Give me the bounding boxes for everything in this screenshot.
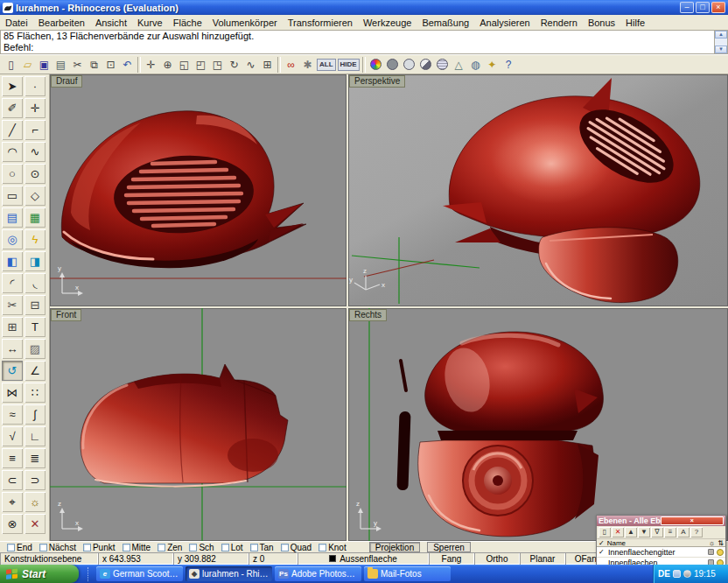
ghosted-view-icon[interactable] — [401, 56, 417, 73]
hide-button[interactable]: HIDE — [338, 59, 360, 71]
command-area[interactable]: 85 Flächen, 13 Flächenverbände zur Auswa… — [0, 30, 728, 54]
viewport-right-canvas[interactable]: zy — [348, 308, 728, 541]
array-tool-icon[interactable]: ∷ — [24, 383, 46, 403]
help-icon[interactable]: ? — [500, 56, 517, 73]
viewport-perspective[interactable]: Perspektive — [348, 74, 728, 306]
sweep-tool-icon[interactable]: ◨ — [24, 251, 46, 271]
menu-hilfe[interactable]: Hilfe — [620, 17, 650, 29]
osnap-checkbox[interactable] — [39, 544, 47, 551]
text-tool-icon[interactable]: T — [24, 317, 46, 337]
viewport-top-canvas[interactable]: yx — [50, 74, 346, 306]
status-toggle-fang[interactable]: Fang — [429, 552, 474, 565]
blend-tool-icon[interactable]: ∫ — [24, 404, 46, 425]
print-icon[interactable]: ▤ — [52, 56, 69, 73]
command-scrollbar[interactable]: ▲ ▼ — [714, 31, 727, 53]
menu-bemaßung[interactable]: Bemaßung — [416, 17, 474, 29]
rectangle-tool-icon[interactable]: ▭ — [2, 186, 23, 206]
move-tool-icon[interactable]: ✛ — [24, 98, 46, 118]
fillet-tool-icon[interactable]: ◜ — [2, 273, 23, 293]
osnap-sch[interactable]: Sch — [189, 543, 214, 552]
menu-volumenkörper[interactable]: Volumenkörper — [207, 17, 283, 29]
select-tool-icon[interactable]: ➤ — [2, 76, 23, 96]
gears-icon[interactable]: ✱ — [299, 56, 316, 73]
motorbike-icon[interactable]: ∞ — [283, 56, 299, 73]
select-all-button[interactable]: ALL — [317, 59, 336, 71]
viewport-front-canvas[interactable]: zx — [50, 308, 346, 541]
viewport-perspective-canvas[interactable]: z x y — [348, 74, 728, 306]
grid-icon[interactable]: ⊞ — [259, 56, 276, 73]
delete-tool-icon[interactable]: ✕ — [24, 514, 46, 534]
task-button-folder[interactable]: Mail-Fotos — [364, 566, 451, 581]
layer-down-icon[interactable]: ▼ — [638, 527, 650, 537]
osnap-zen[interactable]: Zen — [158, 543, 182, 552]
tray-volume-icon[interactable] — [683, 570, 691, 578]
curve-tool-icon[interactable]: ∿ — [24, 142, 46, 162]
hatch-tool-icon[interactable]: ▨ — [24, 339, 46, 359]
arc-tool-icon[interactable]: ◠ — [2, 142, 23, 162]
chamfer-tool-icon[interactable]: ◟ — [24, 273, 46, 293]
zoom-window-icon[interactable]: ◱ — [176, 56, 192, 73]
circle-tool-icon[interactable]: ○ — [2, 164, 23, 184]
pyramid-icon[interactable]: △ — [451, 56, 467, 73]
task-button-photoshop[interactable]: PsAdobe Photoshop — [275, 566, 361, 581]
ellipse-tool-icon[interactable]: ⊙ — [24, 164, 46, 184]
delete-layer-icon[interactable]: ✕ — [612, 527, 624, 537]
layer-current-check[interactable]: ✓ — [598, 548, 606, 556]
osnap-nächst[interactable]: Nächst — [39, 543, 76, 552]
zoom-selected-icon[interactable]: ◳ — [209, 56, 226, 73]
undo-icon[interactable]: ↶ — [119, 56, 136, 73]
analyze-tool-icon[interactable]: √ — [2, 426, 23, 446]
osnap-end[interactable]: End — [7, 543, 32, 552]
osnap-checkbox[interactable] — [221, 544, 229, 551]
tray-language-indicator[interactable]: DE — [658, 569, 670, 579]
menu-analysieren[interactable]: Analysieren — [474, 17, 535, 29]
close-button[interactable]: × — [711, 2, 725, 13]
shaded-view-icon[interactable] — [384, 56, 401, 73]
lock-tool-icon[interactable]: ⊗ — [2, 514, 23, 534]
layer-filter-icon[interactable]: ∇ — [651, 527, 663, 537]
menu-werkzeuge[interactable]: Werkzeuge — [358, 17, 416, 29]
dimension-tool-icon[interactable]: ↔ — [2, 339, 23, 359]
surface-tool-icon[interactable]: ▤ — [2, 207, 23, 228]
task-button-rhino[interactable]: ◆lurahmen - Rhinocero... — [186, 566, 272, 581]
menu-fläche[interactable]: Fläche — [168, 17, 207, 29]
open-file-icon[interactable]: ▱ — [19, 56, 36, 73]
polyline-tool-icon[interactable]: ⌐ — [24, 120, 46, 140]
zoom-dynamic-icon[interactable]: ⊕ — [159, 56, 176, 73]
osnap-checkbox[interactable] — [158, 544, 165, 551]
osnap-checkbox[interactable] — [122, 544, 130, 551]
osnap-checkbox[interactable] — [7, 544, 15, 551]
save-icon[interactable]: ▣ — [36, 56, 52, 73]
revolve-tool-icon[interactable]: ◎ — [2, 229, 23, 249]
tray-clock[interactable]: 19:15 — [694, 569, 716, 579]
start-button[interactable]: Start — [0, 565, 79, 583]
layer-bulb-icon[interactable] — [717, 549, 724, 556]
paste-icon[interactable]: ⊡ — [102, 56, 119, 73]
osnap-checkbox[interactable] — [281, 544, 289, 551]
osnap-lot[interactable]: Lot — [221, 543, 243, 552]
split-tool-icon[interactable]: ⊟ — [24, 295, 46, 315]
new-file-icon[interactable]: ▯ — [3, 56, 19, 73]
layer-lock-icon[interactable] — [708, 549, 714, 555]
xray-view-icon[interactable] — [417, 56, 434, 73]
menu-rendern[interactable]: Rendern — [536, 17, 583, 29]
osnap-quad[interactable]: Quad — [281, 543, 312, 552]
name-column-header[interactable]: Name — [607, 539, 706, 547]
sphere-mesh-icon[interactable]: ◍ — [467, 56, 484, 73]
osnap-mitte[interactable]: Mitte — [122, 543, 151, 552]
viewport-top-title[interactable]: Drauf — [51, 75, 82, 88]
visibility-tool-icon[interactable]: ☼ — [24, 492, 46, 512]
group-tool-icon[interactable]: ⊂ — [2, 470, 23, 490]
osnap-knot[interactable]: Knot — [318, 543, 346, 552]
status-toggle-planar[interactable]: Planar — [520, 552, 565, 565]
zoom-extents-icon[interactable]: ◰ — [192, 56, 209, 73]
curve-edit-icon[interactable]: ∿ — [242, 56, 259, 73]
measure-tool-icon[interactable]: ∟ — [24, 426, 46, 446]
copy-icon[interactable]: ⧉ — [86, 56, 102, 73]
extrude-tool-icon[interactable]: ◧ — [2, 251, 23, 271]
osnap-checkbox[interactable] — [250, 544, 258, 551]
layer-tool-icon[interactable]: ≡ — [2, 448, 23, 468]
task-button-internet-explorer[interactable]: eGerman Scooter Foru... — [96, 566, 183, 581]
cut-icon[interactable]: ✂ — [69, 56, 86, 73]
osnap-button-sperren[interactable]: Sperren — [427, 542, 471, 552]
